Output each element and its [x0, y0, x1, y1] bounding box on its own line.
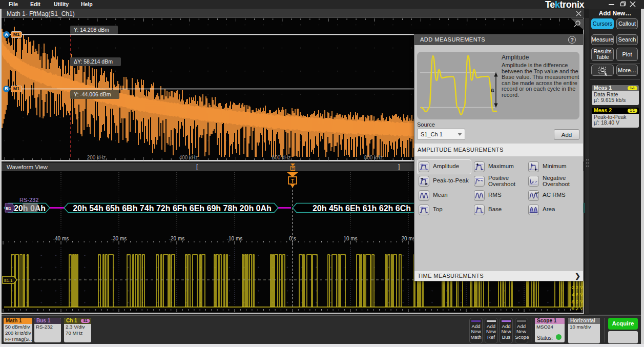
svg-text:S1-1: S1-1 [4, 278, 13, 283]
svg-text:B1: B1 [6, 206, 11, 211]
svg-text:AC: AC [535, 192, 538, 195]
svg-text:T: T [291, 178, 294, 184]
svg-text:-6.9 V: -6.9 V [570, 299, 584, 304]
svg-text:-4.6 V: -4.6 V [570, 292, 584, 297]
svg-text:-9.2 V: -9.2 V [570, 305, 584, 311]
svg-text:20h 54h 65h 6Bh 74h 72h 6Fh 6E: 20h 54h 65h 6Bh 74h 72h 6Fh 6Eh 69h 78h … [73, 204, 272, 213]
svg-text:RS-232: RS-232 [19, 197, 38, 203]
svg-text:-2.3 V: -2.3 V [570, 284, 584, 290]
svg-text:a: a [491, 87, 494, 93]
svg-text:20h 45h 6Eh 61h 62h 6Ch: 20h 45h 6Eh 61h 62h 6Ch [313, 204, 411, 213]
